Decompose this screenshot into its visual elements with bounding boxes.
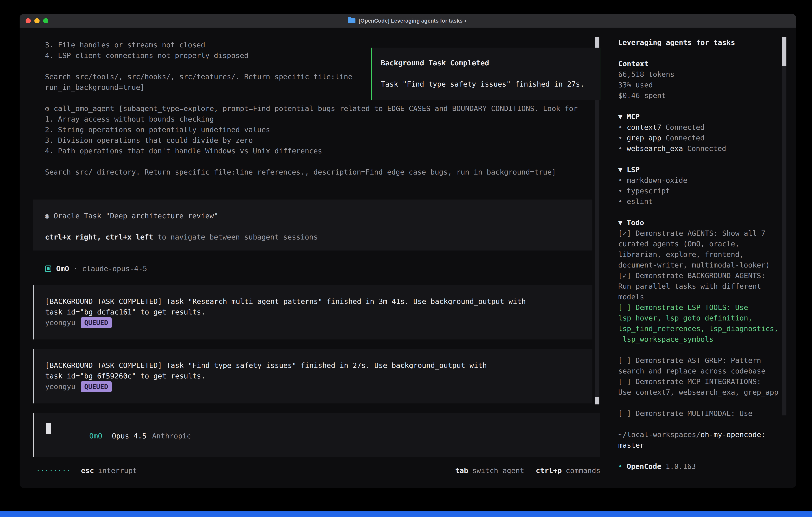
todo-line-done: [✓] Demonstrate AGENTS: Show all 7 xyxy=(618,228,781,239)
close-window-button[interactable] xyxy=(26,18,31,23)
input-provider-name: Anthropic xyxy=(152,432,191,440)
window-controls xyxy=(26,14,48,28)
session-sidebar: Leveraging agents for tasks Context 66,5… xyxy=(611,28,781,487)
sidebar-scrollbar-track[interactable] xyxy=(782,65,786,415)
context-heading: Context xyxy=(618,58,781,69)
workspace-path-name: oh-my-opencode: xyxy=(700,430,765,439)
agent-separator-dot: · xyxy=(74,263,78,274)
context-tokens: 66,518 tokens xyxy=(618,69,781,80)
message-meta: yeongyuQUEUED xyxy=(45,381,592,392)
esc-key-hint: esc xyxy=(81,465,94,476)
mcp-item-status: Connected xyxy=(666,134,704,142)
oracle-spacer xyxy=(45,221,592,232)
bullet-icon: • xyxy=(618,123,622,131)
sidebar-scrollbar-thumb[interactable] xyxy=(782,37,786,66)
zoom-window-button[interactable] xyxy=(43,18,48,23)
todo-line-done: Run parallel tasks with different xyxy=(618,281,781,292)
window-title-text: [OpenCode] Leveraging agents for tasks ◐ xyxy=(359,18,467,24)
fisheye-icon: ◉ xyxy=(45,212,49,220)
agent-separator xyxy=(69,263,74,274)
agent-session-header: OmO · claude-opus-4-5 xyxy=(45,263,147,274)
minimize-window-button[interactable] xyxy=(34,18,39,23)
mcp-item-status: Connected xyxy=(666,123,704,131)
oracle-hint: ctrl+x right, ctrl+x left to navigate be… xyxy=(45,232,592,242)
terminal-main: 3. File handles or streams not closed 4.… xyxy=(20,28,601,487)
chevron-down-icon: ▼ xyxy=(618,166,622,174)
message-line: task_id="bg_dcfac161" to get results. xyxy=(45,307,592,317)
oracle-hint-keys: ctrl+x right, ctrl+x left xyxy=(45,233,153,241)
agent-checkbox-icon xyxy=(45,266,51,272)
message-author: yeongyu xyxy=(45,319,76,327)
scrollback: 3. File handles or streams not closed 4.… xyxy=(45,39,352,92)
chevron-down-icon: ▼ xyxy=(618,113,622,121)
workspace-path-prefix: ~/local-workspaces/ xyxy=(618,430,700,439)
agent-model-sep xyxy=(78,263,82,274)
message-line: [BACKGROUND TASK COMPLETED] Task "Resear… xyxy=(45,296,592,307)
message-block: [BACKGROUND TASK COMPLETED] Task "Find t… xyxy=(33,349,592,404)
tool-call-line: 4. Path operations that don't handle Win… xyxy=(45,145,578,156)
app-version: 1.0.163 xyxy=(666,462,696,470)
tool-call-line xyxy=(45,156,578,167)
mcp-heading-label: MCP xyxy=(627,113,640,121)
terminal-line: 4. LSP client connections not properly d… xyxy=(45,50,352,61)
todo-heading-label: Todo xyxy=(627,219,644,227)
oracle-task-title-line: ◉ Oracle Task "Deep architecture review" xyxy=(45,211,592,221)
mcp-item-status: Connected xyxy=(687,144,726,153)
oracle-task-panel[interactable]: ◉ Oracle Task "Deep architecture review"… xyxy=(33,199,592,250)
todo-line-done: models xyxy=(618,292,781,302)
todo-line-active: lsp_workspace_symbols xyxy=(618,334,781,345)
spinner-dots-icon: ········ xyxy=(36,465,70,476)
message-line: task_id="bg_6f59260c" to get results. xyxy=(45,371,592,381)
todo-line-pending: Use context7, websearch_exa, grep_app xyxy=(618,387,781,398)
agent-checkbox-fill xyxy=(47,267,50,270)
tool-call-line: 1. Array access without bounds checking xyxy=(45,114,578,124)
bullet-icon: • xyxy=(618,176,622,184)
message-line: [BACKGROUND TASK COMPLETED] Task "Find t… xyxy=(45,360,592,371)
todo-section-heading[interactable]: ▼Todo xyxy=(618,217,781,228)
sidebar-session-title: Leveraging agents for tasks xyxy=(618,37,781,48)
main-scrollbar-thumb-bottom[interactable] xyxy=(595,397,600,404)
tool-call-line: Search src/ directory. Return specific f… xyxy=(45,167,578,177)
todo-line-active: lsp_hover, lsp_goto_definition, xyxy=(618,313,781,323)
lsp-item-name: markdown-oxide xyxy=(627,176,687,184)
mcp-item: •context7Connected xyxy=(618,122,781,133)
tab-key-hint: tab xyxy=(455,465,468,476)
mcp-item: •grep_appConnected xyxy=(618,133,781,143)
terminal-window: [OpenCode] Leveraging agents for tasks ◐… xyxy=(20,14,796,488)
tab-key-label: switch agent xyxy=(472,465,524,476)
terminal-line: Search src/tools/, src/hooks/, src/featu… xyxy=(45,71,352,82)
input-footer: OmOOpus 4.5Anthropic xyxy=(46,420,191,452)
mcp-section-heading[interactable]: ▼MCP xyxy=(618,111,781,122)
mcp-item-name: context7 xyxy=(627,123,661,131)
todo-line-done: document-writer, multimodal-looker) xyxy=(618,260,781,270)
app-name: OpenCode xyxy=(627,462,661,470)
todo-line-done: librarian, explore, frontend, xyxy=(618,249,781,260)
tool-call-line: 2. String operations on potentially unde… xyxy=(45,124,578,135)
bullet-icon: • xyxy=(618,462,622,470)
statusbar: ········ esc interrupt tab switch agent … xyxy=(36,465,601,476)
oracle-hint-text: to navigate between subagent sessions xyxy=(153,233,318,241)
prompt-input[interactable]: OmOOpus 4.5Anthropic xyxy=(33,413,601,457)
lsp-section-heading[interactable]: ▼LSP xyxy=(618,164,781,175)
window-title: [OpenCode] Leveraging agents for tasks ◐ xyxy=(348,18,467,24)
mcp-item: •websearch_exaConnected xyxy=(618,143,781,154)
message-author: yeongyu xyxy=(45,382,76,391)
version-line: •OpenCode1.0.163 xyxy=(618,461,781,472)
message-meta: yeongyuQUEUED xyxy=(45,317,592,328)
terminal-line xyxy=(45,61,352,71)
toast-message: Task "Find type safety issues" finished … xyxy=(381,79,590,89)
lsp-item: •eslint xyxy=(618,196,781,207)
tool-call-header: ⚙call_omo_agent [subagent_type=explore, … xyxy=(45,103,578,114)
todo-line-pending: [ ] Demonstrate MULTIMODAL: Use xyxy=(618,408,781,419)
titlebar[interactable]: [OpenCode] Leveraging agents for tasks ◐ xyxy=(20,14,796,28)
tool-call-header-text: call_omo_agent [subagent_type=explore, p… xyxy=(54,104,578,113)
esc-key-label: interrupt xyxy=(98,465,137,476)
tool-call-block: ⚙call_omo_agent [subagent_type=explore, … xyxy=(45,103,578,177)
message-block: [BACKGROUND TASK COMPLETED] Task "Resear… xyxy=(33,285,592,339)
terminal-line: 3. File handles or streams not closed xyxy=(45,39,352,50)
todo-line-done: curated agents (OmO, oracle, xyxy=(618,239,781,249)
toast-spacer xyxy=(381,68,590,79)
input-model-name: Opus 4.5 xyxy=(112,432,146,440)
lsp-item: •typescript xyxy=(618,186,781,196)
background-task-toast: Background Task Completed Task "Find typ… xyxy=(371,48,601,100)
